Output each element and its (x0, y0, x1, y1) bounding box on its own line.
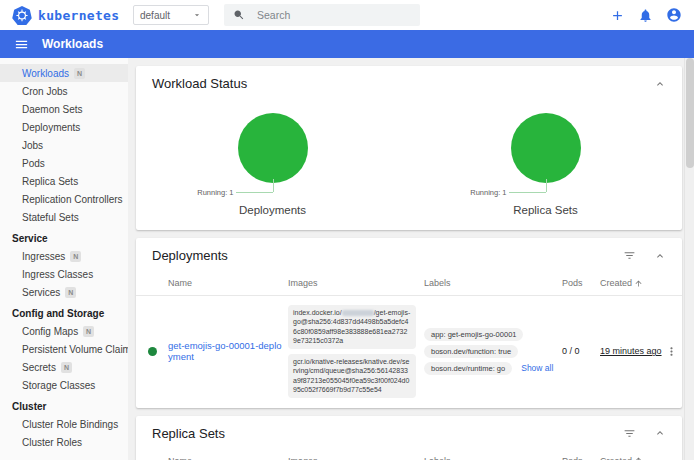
replica-sets-card-title: Replica Sets (152, 426, 225, 441)
sidebar-item-cron-jobs[interactable]: Cron Jobs (0, 82, 128, 100)
collapse-card-icon[interactable] (654, 427, 666, 439)
chevron-down-icon (192, 10, 202, 20)
kubernetes-logo[interactable]: kubernetes (0, 5, 119, 25)
sidebar-item-label: Services (22, 287, 60, 298)
column-header-name[interactable]: Name (168, 278, 288, 288)
collapse-card-icon[interactable] (654, 78, 666, 90)
sidebar-item-services[interactable]: Services N (0, 283, 128, 301)
filter-icon[interactable] (623, 249, 636, 262)
scrollbar-thumb[interactable] (686, 58, 694, 168)
sidebar-item-jobs[interactable]: Jobs (0, 136, 128, 154)
pods-count: 0 / 0 (562, 346, 600, 356)
column-header-name[interactable]: Name (168, 456, 288, 460)
hamburger-menu-icon[interactable] (14, 37, 29, 52)
search-input[interactable] (257, 9, 397, 21)
sidebar-item-label: Config Maps (22, 326, 78, 337)
collapse-card-icon[interactable] (654, 250, 666, 262)
sidebar-item-label: Persistent Volume Claims (22, 344, 128, 355)
user-account-icon[interactable] (666, 7, 682, 23)
sidebar-item-storage-classes[interactable]: Storage Classes (0, 376, 128, 394)
image-chip: index.docker.io//get-emojis-go@sha256:4d… (288, 305, 416, 349)
sidebar-item-ingresses[interactable]: Ingresses N (0, 247, 128, 265)
column-header-pods[interactable]: Pods (562, 278, 600, 288)
sidebar-item-pods[interactable]: Pods (0, 154, 128, 172)
sidebar-item-workloads[interactable]: Workloads N (0, 64, 128, 82)
deployment-table-row: get-emojis-go-00001-deployment index.doc… (136, 296, 682, 408)
sidebar-item-replication-controllers[interactable]: Replication Controllers (0, 190, 128, 208)
sidebar-item-label: Ingress Classes (22, 269, 93, 280)
page-title: Workloads (42, 37, 103, 51)
column-header-labels[interactable]: Labels (424, 278, 562, 288)
namespaced-badge: N (70, 251, 81, 262)
sidebar-item-label: Jobs (22, 140, 43, 151)
sidebar-item-persistent-volume-claims[interactable]: Persistent Volume Claims N (0, 340, 128, 358)
sidebar-item-cluster-roles[interactable]: Cluster Roles (0, 433, 128, 451)
legend-leader-line (509, 192, 546, 193)
images-cell: index.docker.io//get-emojis-go@sha256:4d… (288, 305, 424, 398)
deployment-name-link[interactable]: get-emojis-go-00001-deployment (168, 340, 288, 362)
created-timestamp: 19 minutes ago (600, 346, 660, 356)
sidebar-item-label: Daemon Sets (22, 104, 83, 115)
sidebar-item-replica-sets[interactable]: Replica Sets (0, 172, 128, 190)
redacted-registry-user (342, 310, 374, 316)
deployments-status-chart: Running: 1 Deployments (136, 99, 409, 216)
column-header-images[interactable]: Images (288, 456, 424, 460)
sidebar-item-ingress-classes[interactable]: Ingress Classes (0, 265, 128, 283)
workload-status-title: Workload Status (152, 76, 247, 91)
sidebar-item-label: Ingresses (22, 251, 65, 262)
replica-sets-chart-legend: Running: 1 (470, 188, 506, 197)
column-header-images[interactable]: Images (288, 278, 424, 288)
sidebar-item-secrets[interactable]: Secrets N (0, 358, 128, 376)
sidebar-item-deployments[interactable]: Deployments (0, 118, 128, 136)
image-chip: gcr.io/knative-releases/knative.dev/serv… (288, 354, 416, 398)
sidebar-section-cluster: Cluster (0, 397, 128, 415)
kubernetes-logo-icon (12, 5, 32, 25)
label-chip: boson.dev/runtime: go (424, 362, 512, 375)
label-chip: boson.dev/function: true (424, 345, 518, 358)
namespace-selected-value: default (140, 10, 170, 21)
sidebar-item-stateful-sets[interactable]: Stateful Sets (0, 208, 128, 226)
sidebar-item-label: Deployments (22, 122, 80, 133)
status-running-dot (148, 347, 157, 356)
main-content: Workload Status Running: 1 Deployments (128, 58, 684, 460)
sidebar-item-label: Secrets (22, 362, 56, 373)
column-header-created[interactable]: Created (600, 278, 660, 288)
sidebar-item-cluster-role-bindings[interactable]: Cluster Role Bindings (0, 415, 128, 433)
replica-sets-pie-chart (511, 113, 581, 183)
column-header-labels[interactable]: Labels (424, 456, 562, 460)
column-header-created[interactable]: Created (600, 456, 660, 460)
sort-ascending-icon (634, 456, 643, 460)
row-actions-menu-icon[interactable] (660, 345, 682, 358)
app-bar: Workloads (0, 30, 694, 58)
sidebar-nav: Workloads N Cron Jobs Daemon Sets Deploy… (0, 58, 128, 460)
topbar-actions (610, 0, 682, 30)
namespace-selector[interactable]: default (133, 5, 209, 25)
search-bar (224, 4, 420, 26)
namespaced-badge: N (65, 287, 76, 298)
replica-sets-chart-label: Replica Sets (513, 204, 578, 216)
namespaced-badge: N (74, 68, 85, 79)
deployments-card: Deployments Name Images Labels Pods Cr (136, 238, 682, 408)
sidebar-item-config-maps[interactable]: Config Maps N (0, 322, 128, 340)
notifications-bell-icon[interactable] (638, 8, 653, 23)
filter-icon[interactable] (623, 427, 636, 440)
namespaced-badge: N (83, 326, 94, 337)
sidebar-section-config-and-storage: Config and Storage (0, 304, 128, 322)
sidebar-item-daemon-sets[interactable]: Daemon Sets (0, 100, 128, 118)
create-resource-button[interactable] (610, 8, 625, 23)
sidebar-item-label: Pods (22, 158, 45, 169)
sidebar-item-label: Storage Classes (22, 380, 95, 391)
sidebar-section-service: Service (0, 229, 128, 247)
sidebar-item-label: Workloads (22, 68, 69, 79)
sidebar-item-label: Cluster Role Bindings (22, 419, 118, 430)
sidebar-item-label: Replication Controllers (22, 194, 123, 205)
sidebar-item-label: Cron Jobs (22, 86, 68, 97)
deployments-chart-legend: Running: 1 (197, 188, 233, 197)
column-header-pods[interactable]: Pods (562, 456, 600, 460)
scrollbar-track (684, 58, 694, 460)
show-all-labels-link[interactable]: Show all (521, 363, 553, 373)
kubernetes-logo-text: kubernetes (38, 8, 119, 23)
legend-leader-line (236, 192, 273, 193)
replica-sets-status-chart: Running: 1 Replica Sets (409, 99, 682, 216)
deployments-card-title: Deployments (152, 248, 228, 263)
